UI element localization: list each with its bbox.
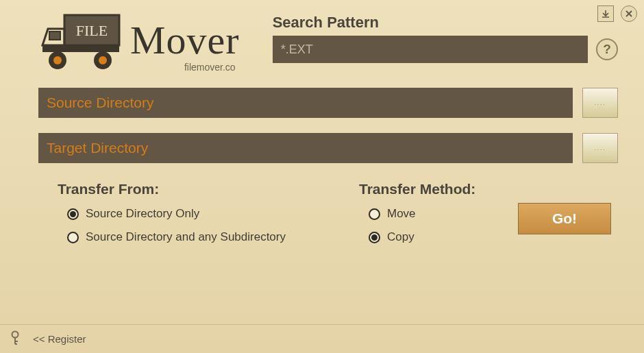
radio-label: Copy: [387, 230, 414, 244]
search-pattern-input[interactable]: [273, 36, 588, 63]
source-directory-input[interactable]: [38, 88, 573, 118]
download-arrow-icon: [601, 9, 610, 19]
radio-label: Source Directory Only: [86, 207, 199, 221]
radio-source-and-subdirs[interactable]: Source Directory and any Subdirectory: [58, 230, 359, 244]
transfer-method-heading: Transfer Method:: [359, 181, 496, 197]
footer-bar: << Register: [0, 324, 644, 353]
svg-point-7: [99, 56, 107, 64]
help-button[interactable]: ?: [596, 38, 618, 60]
svg-point-8: [12, 331, 18, 337]
search-pattern-label: Search Pattern: [273, 14, 618, 32]
radio-copy[interactable]: Copy: [359, 230, 496, 244]
register-link[interactable]: << Register: [33, 333, 86, 345]
close-button[interactable]: [621, 5, 637, 22]
transfer-from-heading: Transfer From:: [58, 181, 359, 197]
close-icon: [625, 10, 633, 18]
radio-icon: [369, 208, 380, 220]
svg-text:FILE: FILE: [76, 22, 108, 39]
brand-url: filemover.co: [184, 62, 236, 73]
radio-move[interactable]: Move: [359, 207, 496, 221]
svg-point-5: [53, 56, 62, 64]
radio-icon: [67, 232, 79, 243]
svg-rect-2: [49, 32, 60, 40]
radio-icon: [67, 208, 79, 220]
radio-label: Move: [387, 207, 416, 221]
truck-icon: FILE: [38, 10, 127, 73]
radio-icon: [369, 232, 380, 243]
target-directory-input[interactable]: [38, 133, 573, 163]
go-button[interactable]: Go!: [518, 203, 611, 234]
browse-source-button[interactable]: ....: [582, 88, 618, 118]
radio-label: Source Directory and any Subdirectory: [86, 230, 286, 244]
brand-name: Mover: [130, 21, 240, 60]
browse-target-button[interactable]: ....: [582, 133, 618, 163]
app-logo: FILE Mover filemover.co: [38, 10, 240, 73]
radio-source-only[interactable]: Source Directory Only: [58, 207, 359, 221]
key-icon: [10, 330, 21, 348]
svg-rect-3: [42, 45, 119, 52]
minimize-button[interactable]: [597, 5, 614, 22]
